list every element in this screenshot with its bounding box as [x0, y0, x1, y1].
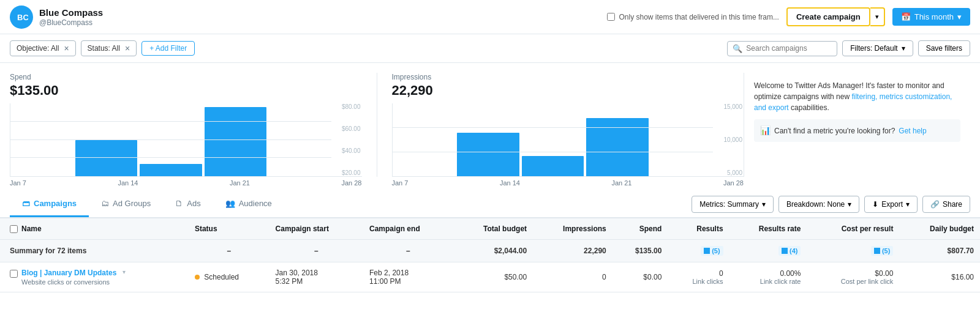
metric-hint: 📊 Can't find a metric you're looking for…: [754, 119, 960, 142]
summary-spend: $135.00: [612, 240, 668, 262]
campaigns-table: Name Status Campaign start Campaign end …: [0, 218, 980, 292]
table-row: Blog | January DM Updates Website clicks…: [0, 262, 980, 292]
search-icon: 🔍: [733, 44, 742, 53]
export-button[interactable]: ⬇ Export ▾: [864, 196, 918, 213]
logo-area: BC Blue Compass @BlueCompass: [10, 6, 120, 29]
impressions-x-axis: Jan 7 Jan 14 Jan 21 Jan 28: [392, 177, 744, 187]
row-checkbox[interactable]: [10, 270, 18, 278]
spend-x-axis: Jan 7 Jan 14 Jan 21 Jan 28: [10, 177, 362, 187]
col-header-cost-per-result: Cost per result: [807, 218, 899, 240]
row-budget: $50.00: [453, 262, 533, 292]
col-header-daily-budget: Daily budget: [899, 218, 980, 240]
filter-right: 🔍 Filters: Default ▾ Save filters: [727, 40, 970, 56]
add-filter-button[interactable]: + Add Filter: [141, 41, 195, 56]
tabs-right: Metrics: Summary ▾ Breakdown: None ▾ ⬇ E…: [692, 196, 970, 213]
summary-end: –: [363, 240, 453, 262]
filter-bar: Objective: All × Status: All × + Add Fil…: [0, 34, 980, 63]
summary-results-rate: (4): [729, 240, 807, 262]
summary-impressions: 22,290: [533, 240, 612, 262]
col-header-campaign-end: Campaign end: [363, 218, 453, 240]
col-header-impressions: Impressions: [533, 218, 612, 240]
welcome-text: Welcome to Twitter Ads Manager! It's fas…: [754, 80, 960, 113]
objective-filter-tag: Objective: All ×: [10, 40, 76, 56]
imp-bar-3: [586, 118, 649, 176]
search-input[interactable]: [746, 44, 832, 53]
chevron-down-icon: ▾: [906, 200, 910, 209]
imp-bar-2: [522, 156, 584, 176]
select-all-checkbox[interactable]: [10, 225, 18, 233]
summary-daily-budget: $807.70: [899, 240, 980, 262]
col-header-name: Name: [0, 218, 189, 240]
chart-icon: 📊: [760, 124, 771, 137]
filters-default-button[interactable]: Filters: Default ▾: [842, 40, 913, 56]
row-end: Feb 2, 201811:00 PM: [363, 262, 453, 292]
col-header-results: Results: [668, 218, 729, 240]
impressions-y-axis: 15,000 10,000 5,000: [723, 103, 744, 176]
info-panel: Welcome to Twitter Ads Manager! It's fas…: [744, 73, 970, 177]
brand-info: Blue Compass @BlueCompass: [39, 7, 103, 27]
row-results: 0 Link clicks: [668, 262, 729, 292]
spend-bar-2: [140, 164, 202, 176]
tab-ads[interactable]: 🗋 Ads: [163, 191, 213, 217]
row-impressions: 0: [533, 262, 612, 292]
tab-audience[interactable]: 👥 Audience: [213, 191, 284, 217]
tab-ad-groups[interactable]: 🗂 Ad Groups: [89, 191, 163, 217]
objective-filter-remove[interactable]: ×: [64, 43, 69, 53]
spend-chart-container: $80.00 $60.00 $40.00 $20.00 Jan 7 Jan 14…: [10, 103, 362, 177]
row-name-cell: Blog | January DM Updates Website clicks…: [0, 262, 189, 292]
campaign-link[interactable]: Blog | January DM Updates: [21, 269, 116, 277]
spend-bars: $80.00 $60.00 $40.00 $20.00: [10, 103, 362, 177]
row-status: Scheduled: [189, 262, 270, 292]
col-header-status: Status: [189, 218, 270, 240]
spend-chart-panel: Spend $135.00 $80.00 $60.00 $40.00 $20.0…: [10, 73, 362, 177]
calendar-icon: 📅: [901, 12, 911, 21]
search-box[interactable]: 🔍: [727, 41, 837, 56]
col-header-results-rate: Results rate: [729, 218, 807, 240]
metrics-button[interactable]: Metrics: Summary ▾: [692, 196, 774, 213]
spend-bar-1: [75, 140, 138, 177]
chevron-down-icon: ▾: [957, 12, 962, 21]
row-start: Jan 30, 20185:32 PM: [270, 262, 363, 292]
this-month-button[interactable]: 📅 This month ▾: [892, 8, 970, 26]
only-show-checkbox[interactable]: [607, 13, 615, 21]
spend-chart-label: Spend: [10, 73, 362, 81]
create-campaign-button[interactable]: Create campaign: [786, 7, 870, 26]
col-header-spend: Spend: [612, 218, 668, 240]
brand-logo: BC: [10, 6, 33, 29]
campaign-sub: Website clicks or conversions: [21, 278, 116, 286]
row-cost-per-result: $0.00 Cost per link click: [807, 262, 899, 292]
brand-handle: @BlueCompass: [39, 18, 103, 27]
row-expand-chevron[interactable]: ▾: [123, 269, 126, 275]
export-icon: ⬇: [872, 200, 878, 209]
campaign-create-wrapper: Create campaign ▾: [786, 7, 885, 26]
audience-icon: 👥: [225, 199, 235, 208]
summary-cost-per-result: (5): [807, 240, 899, 262]
ads-icon: 🗋: [175, 199, 183, 208]
summary-budget: $2,044.00: [453, 240, 533, 262]
header: BC Blue Compass @BlueCompass Only show i…: [0, 0, 980, 34]
share-icon: 🔗: [930, 200, 940, 209]
save-filters-button[interactable]: Save filters: [918, 40, 970, 56]
table-header-row: Name Status Campaign start Campaign end …: [0, 218, 980, 240]
only-show-label[interactable]: Only show items that delivered in this t…: [607, 13, 778, 21]
status-dot-scheduled: [195, 275, 200, 280]
summary-start: –: [270, 240, 363, 262]
status-filter-remove[interactable]: ×: [125, 43, 130, 53]
create-campaign-dropdown-button[interactable]: ▾: [870, 7, 885, 26]
col-header-campaign-start: Campaign start: [270, 218, 363, 240]
share-button[interactable]: 🔗 Share: [922, 196, 970, 213]
status-filter-tag: Status: All ×: [81, 40, 137, 56]
get-help-link[interactable]: Get help: [899, 125, 926, 136]
svg-text:BC: BC: [17, 13, 28, 22]
impressions-chart-panel: Impressions 22,290 15,000 10,000 5,000 J…: [392, 73, 744, 177]
summary-row: Summary for 72 items – – – $2,044.00 22,…: [0, 240, 980, 262]
row-spend: $0.00: [612, 262, 668, 292]
header-right: Only show items that delivered in this t…: [607, 7, 970, 26]
breakdown-button[interactable]: Breakdown: None ▾: [778, 196, 859, 213]
spend-chart-value: $135.00: [10, 83, 362, 98]
chevron-down-icon: ▾: [902, 44, 905, 53]
charts-area: Spend $135.00 $80.00 $60.00 $40.00 $20.0…: [0, 63, 980, 187]
ad-groups-icon: 🗂: [101, 199, 109, 208]
tab-campaigns[interactable]: 🗃 Campaigns: [10, 191, 89, 217]
spend-bar-3: [205, 107, 267, 176]
